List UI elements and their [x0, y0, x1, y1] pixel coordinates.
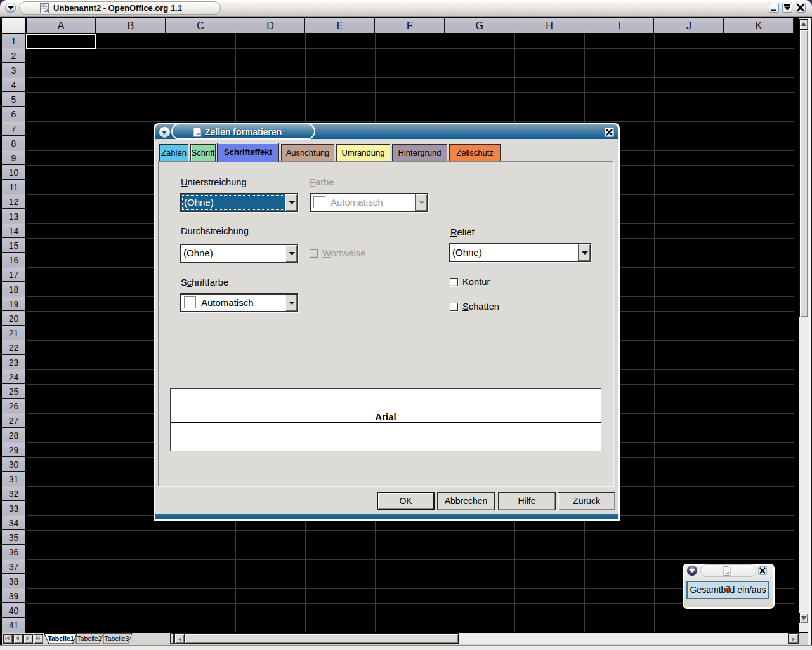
svg-text:Tabelle2: Tabelle2 [77, 635, 102, 642]
svg-text:Tabelle1: Tabelle1 [48, 635, 74, 642]
svg-text:Tabelle3: Tabelle3 [104, 635, 129, 642]
